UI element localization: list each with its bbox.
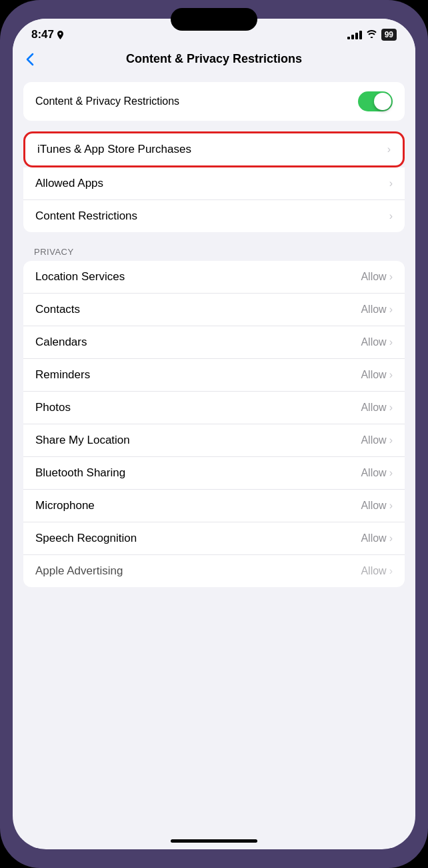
privacy-restrictions-toggle-row[interactable]: Content & Privacy Restrictions: [23, 82, 405, 121]
top-settings-remaining: Allowed Apps › Content Restrictions ›: [23, 167, 405, 232]
bluetooth-sharing-label: Bluetooth Sharing: [35, 466, 125, 480]
signal-bar-3: [355, 33, 358, 39]
apple-advertising-value: Allow: [361, 565, 386, 577]
calendars-chevron: ›: [389, 336, 393, 348]
microphone-value: Allow: [361, 500, 386, 512]
itunes-chevron-area: ›: [387, 143, 391, 155]
reminders-value: Allow: [361, 369, 386, 381]
apple-advertising-label: Apple Advertising: [35, 564, 123, 578]
share-my-location-row[interactable]: Share My Location Allow ›: [23, 424, 405, 457]
back-chevron-icon: [26, 53, 34, 66]
microphone-row[interactable]: Microphone Allow ›: [23, 490, 405, 522]
photos-label: Photos: [35, 401, 71, 414]
contacts-label: Contacts: [35, 303, 80, 316]
wifi-svg: [366, 29, 377, 38]
signal-bar-2: [351, 35, 354, 39]
signal-bar-1: [347, 37, 350, 39]
speech-recognition-value: Allow: [361, 532, 386, 544]
contacts-value: Allow: [361, 304, 386, 316]
page-title: Content & Privacy Restrictions: [126, 52, 302, 66]
content-area[interactable]: Content & Privacy Restrictions iTunes & …: [13, 71, 415, 839]
photos-row[interactable]: Photos Allow ›: [23, 392, 405, 424]
location-services-row[interactable]: Location Services Allow ›: [23, 261, 405, 294]
wifi-icon: [366, 29, 377, 40]
contacts-right: Allow ›: [361, 304, 393, 316]
status-time: 8:47: [31, 28, 64, 41]
calendars-label: Calendars: [35, 336, 87, 349]
speech-recognition-chevron: ›: [389, 532, 393, 544]
toggle-label: Content & Privacy Restrictions: [35, 95, 179, 107]
reminders-label: Reminders: [35, 368, 90, 382]
itunes-label: iTunes & App Store Purchases: [37, 143, 191, 156]
back-button[interactable]: [26, 53, 34, 66]
allowed-apps-right: ›: [389, 177, 393, 189]
location-services-value: Allow: [361, 271, 386, 283]
bluetooth-sharing-row[interactable]: Bluetooth Sharing Allow ›: [23, 457, 405, 490]
share-my-location-value: Allow: [361, 434, 386, 446]
reminders-chevron: ›: [389, 369, 393, 381]
signal-bar-4: [359, 31, 362, 39]
itunes-purchases-row[interactable]: iTunes & App Store Purchases ›: [25, 133, 403, 165]
content-restrictions-label: Content Restrictions: [35, 209, 137, 223]
photos-value: Allow: [361, 402, 386, 414]
toggle-thumb: [374, 93, 391, 110]
allowed-apps-chevron: ›: [389, 177, 393, 189]
nav-bar: Content & Privacy Restrictions: [13, 45, 415, 71]
share-my-location-label: Share My Location: [35, 434, 130, 447]
phone-frame: 8:47 99: [0, 0, 428, 868]
content-restrictions-chevron: ›: [389, 210, 393, 222]
speech-recognition-row[interactable]: Speech Recognition Allow ›: [23, 522, 405, 555]
bluetooth-sharing-value: Allow: [361, 467, 386, 479]
photos-chevron: ›: [389, 402, 393, 414]
allowed-apps-row[interactable]: Allowed Apps ›: [23, 167, 405, 200]
status-icons: 99: [347, 29, 397, 41]
battery-indicator: 99: [381, 29, 397, 41]
share-my-location-right: Allow ›: [361, 434, 393, 446]
location-icon: [57, 31, 64, 39]
privacy-section-header: PRIVACY: [13, 243, 415, 261]
microphone-right: Allow ›: [361, 500, 393, 512]
signal-bars: [347, 31, 362, 39]
home-indicator: [171, 839, 257, 843]
contacts-row[interactable]: Contacts Allow ›: [23, 294, 405, 326]
reminders-right: Allow ›: [361, 369, 393, 381]
dynamic-island: [171, 8, 257, 31]
content-restrictions-row[interactable]: Content Restrictions ›: [23, 200, 405, 232]
share-my-location-chevron: ›: [389, 434, 393, 446]
privacy-settings-group: Location Services Allow › Contacts Allow…: [23, 261, 405, 587]
calendars-value: Allow: [361, 336, 386, 348]
calendars-right: Allow ›: [361, 336, 393, 348]
phone-screen: 8:47 99: [13, 19, 415, 849]
bluetooth-sharing-right: Allow ›: [361, 467, 393, 479]
microphone-label: Microphone: [35, 499, 95, 512]
apple-advertising-row[interactable]: Apple Advertising Allow ›: [23, 555, 405, 587]
bluetooth-sharing-chevron: ›: [389, 467, 393, 479]
contacts-chevron: ›: [389, 304, 393, 316]
time-display: 8:47: [31, 28, 54, 41]
microphone-chevron: ›: [389, 500, 393, 512]
content-restrictions-right: ›: [389, 210, 393, 222]
allowed-apps-label: Allowed Apps: [35, 177, 103, 190]
battery-level: 99: [385, 30, 393, 39]
apple-advertising-chevron: ›: [389, 565, 393, 577]
location-services-chevron: ›: [389, 271, 393, 283]
location-services-label: Location Services: [35, 270, 125, 284]
calendars-row[interactable]: Calendars Allow ›: [23, 326, 405, 359]
apple-advertising-right: Allow ›: [361, 565, 393, 577]
speech-recognition-right: Allow ›: [361, 532, 393, 544]
reminders-row[interactable]: Reminders Allow ›: [23, 359, 405, 392]
location-services-right: Allow ›: [361, 271, 393, 283]
itunes-row-wrapper: iTunes & App Store Purchases ›: [23, 131, 405, 167]
privacy-restrictions-toggle[interactable]: [358, 91, 393, 111]
speech-recognition-label: Speech Recognition: [35, 532, 137, 545]
photos-right: Allow ›: [361, 402, 393, 414]
itunes-chevron-icon: ›: [387, 143, 391, 155]
